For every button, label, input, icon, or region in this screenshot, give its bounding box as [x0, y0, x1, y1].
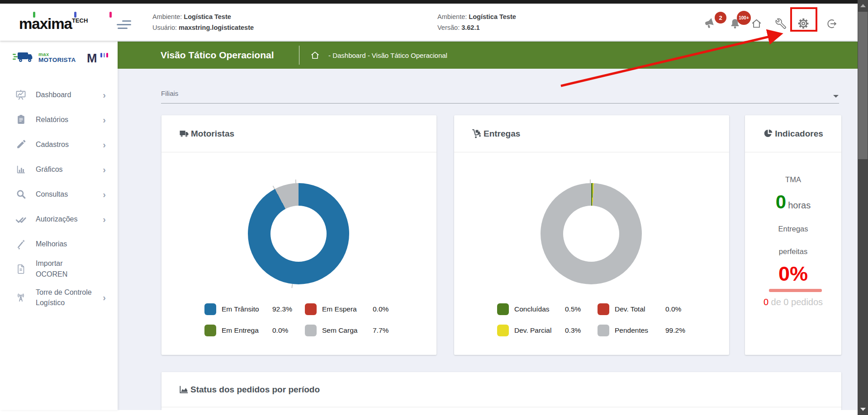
- legend-label: Em Entrega: [222, 326, 272, 335]
- usuario-label: Usuário:: [152, 24, 177, 31]
- progress-bar: [769, 289, 822, 292]
- status-pedidos-card: Status dos pedidos por período: [161, 372, 841, 410]
- versao-value: 3.62.1: [461, 24, 479, 31]
- ambiente-value: Logística Teste: [184, 13, 231, 20]
- legend-label: Dev. Parcial: [514, 326, 565, 335]
- entregas-perfeitas-label-1: Entregas: [745, 225, 841, 233]
- sidebar: max MOTORISTA M Dashboard ›: [0, 41, 118, 410]
- legend-item[interactable]: Sem Carga 7.7%: [305, 320, 405, 341]
- sidebar-item-importar-ocoren[interactable]: Importar OCOREN: [0, 256, 118, 281]
- notifications-badge: 100+: [737, 11, 751, 25]
- wrench-icon[interactable]: [775, 18, 787, 32]
- entregas-perfeitas-label-2: perfeitas: [745, 247, 841, 256]
- usuario-value: maxstring.logisticateste: [179, 24, 254, 31]
- legend-swatch: [497, 303, 509, 315]
- sidebar-item-dashboard[interactable]: Dashboard ›: [0, 82, 118, 107]
- legend-label: Dev. Total: [615, 305, 665, 313]
- legend-swatch: [204, 303, 216, 315]
- legend-item[interactable]: Em Trânsito 92.3%: [204, 298, 305, 320]
- legend-swatch: [598, 303, 609, 315]
- legend-item[interactable]: Dev. Parcial 0.3%: [497, 320, 598, 341]
- max-motorista-logo: max MOTORISTA: [13, 51, 76, 64]
- scroll-down-button[interactable]: [858, 404, 868, 415]
- logo-accent-green: [33, 12, 35, 18]
- filiais-select[interactable]: [161, 86, 839, 104]
- filiais-underline: [161, 103, 839, 104]
- dashboard-icon: [15, 89, 27, 101]
- environment-info-right: Ambiente: Logística Teste Versão: 3.62.1: [437, 11, 516, 33]
- chevron-right-icon: ›: [103, 215, 106, 224]
- sidebar-item-relatorios[interactable]: Relatórios ›: [0, 107, 118, 132]
- filiais-label: Filiais: [161, 90, 178, 97]
- sidebar-item-torre-controle[interactable]: Torre de Controle Logístico ›: [0, 281, 118, 314]
- sidebar-item-label: Relatórios: [36, 114, 95, 125]
- sidebar-item-label: Gráficos: [36, 164, 95, 174]
- donut-hole: [270, 206, 327, 262]
- sidebar-item-consultas[interactable]: Consultas ›: [0, 182, 118, 207]
- app-window: maximaTECH Ambiente: Logística Teste Usu…: [0, 0, 868, 415]
- logout-icon[interactable]: [825, 18, 838, 32]
- pedidos-count-value: 0: [764, 297, 768, 307]
- logo-accent-indigo: [74, 12, 76, 18]
- sidebar-item-melhorias[interactable]: Melhorias: [0, 231, 118, 256]
- search-icon: [15, 189, 27, 200]
- sidebar-item-autorizacoes[interactable]: Autorizações ›: [0, 207, 118, 231]
- versao-label: Versão:: [437, 24, 460, 31]
- breadcrumb-home-icon[interactable]: [310, 50, 320, 62]
- scroll-up-button[interactable]: [858, 0, 868, 11]
- environment-info-left: Ambiente: Logística Teste Usuário: maxst…: [152, 11, 254, 33]
- scrollbar-thumb[interactable]: [858, 12, 868, 159]
- page-title: Visão Tático Operacional: [161, 42, 274, 69]
- mini-m-logo: M: [87, 52, 97, 66]
- ambiente-label: Ambiente:: [437, 13, 467, 20]
- maxima-logo-text: maximaTECH: [19, 15, 88, 33]
- dropdown-caret-icon[interactable]: [833, 95, 839, 98]
- legend-value: 0.0%: [373, 305, 389, 313]
- highlight-box-settings: [790, 7, 817, 32]
- breadcrumb: - Dashboard - Visão Tático Operacional: [328, 42, 447, 69]
- hamburger-menu-icon[interactable]: [117, 20, 133, 30]
- sidebar-item-cadastros[interactable]: Cadastros ›: [0, 132, 118, 157]
- home-icon[interactable]: [750, 18, 763, 32]
- legend-item[interactable]: Em Espera 0.0%: [305, 298, 405, 320]
- entregas-donut-chart: [541, 183, 642, 284]
- announcements-badge: 2: [715, 12, 726, 24]
- tma-hours-number: 0: [776, 191, 786, 212]
- document-icon: [15, 263, 27, 275]
- legend-item[interactable]: Em Entrega 0.0%: [204, 320, 305, 341]
- legend-item[interactable]: Concluídas 0.5%: [497, 298, 598, 320]
- maxima-tech-logo: maximaTECH: [19, 8, 116, 36]
- truck-icon: [179, 128, 190, 139]
- legend-value: 0.5%: [565, 305, 581, 313]
- area-chart-icon: [179, 384, 189, 395]
- dolly-icon: [471, 128, 482, 139]
- motoristas-card: Motoristas Em Trânsito 92.3% Em Espera: [161, 115, 436, 355]
- antenna-icon: [15, 292, 27, 303]
- motoristas-donut-chart: [248, 183, 349, 284]
- legend-swatch: [497, 325, 509, 336]
- chevron-right-icon: ›: [103, 140, 106, 149]
- legend-item[interactable]: Pendentes 99.2%: [598, 320, 698, 341]
- vertical-scrollbar[interactable]: [858, 0, 868, 415]
- pie-chart-icon: [763, 128, 773, 139]
- header-divider: [299, 46, 299, 65]
- tma-hours-unit: horas: [788, 200, 811, 210]
- entregas-perfeitas-percent: 0%: [745, 262, 841, 286]
- chevron-right-icon: ›: [103, 293, 106, 302]
- card-title: Motoristas: [191, 129, 234, 139]
- legend-item[interactable]: Dev. Total 0.0%: [598, 298, 698, 320]
- legend-label: Em Espera: [322, 305, 373, 313]
- card-title: Entregas: [484, 129, 520, 139]
- legend-label: Pendentes: [615, 326, 665, 335]
- indicadores-card-header: Indicadores: [745, 115, 841, 152]
- chevron-right-icon: ›: [103, 165, 106, 174]
- window-top-strip: [0, 0, 868, 4]
- pencil-icon: [15, 139, 27, 151]
- indicadores-card: Indicadores TMA 0horas Entregas perfeita…: [745, 115, 841, 355]
- mini-logo-accents: [100, 53, 108, 57]
- top-header: maximaTECH Ambiente: Logística Teste Usu…: [0, 4, 858, 41]
- sidebar-item-label: Melhorias: [36, 239, 95, 249]
- sidebar-item-graficos[interactable]: Gráficos ›: [0, 157, 118, 182]
- tma-value: 0horas: [745, 191, 841, 213]
- donut-hole: [563, 206, 619, 262]
